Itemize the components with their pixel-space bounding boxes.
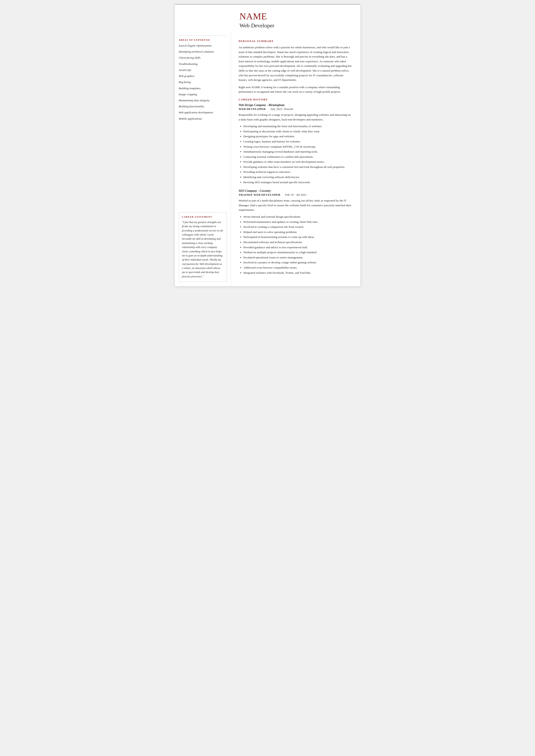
bullet-0-10: Identifying and correcting software defi… — [243, 175, 352, 179]
expertise-item-2: Client facing skills — [179, 56, 227, 60]
career-statement-title: CAREER STATEMENT — [182, 216, 224, 218]
main-content: PERSONAL SUMMARY An ambitious problem so… — [231, 31, 360, 286]
bullet-0-8: Developing websites that have a consiste… — [243, 165, 352, 169]
header-section: NAME Web Developer — [175, 5, 360, 31]
bullet-1-4: Participated in brainstorming sessions t… — [243, 235, 352, 239]
sidebar: AREAS OF EXPERTISE Search Engine Optimis… — [175, 31, 231, 286]
expertise-item-0: Search Engine Optimisation — [179, 44, 227, 48]
career-history-title: CAREER HISTORY — [239, 98, 352, 101]
job-block-0: Web Design Company - Birmingham WEB DEVE… — [239, 103, 352, 184]
job-company-0: Web Design Company - Birmingham — [239, 103, 352, 107]
job-company-1: SEO Company - Coventry — [239, 189, 352, 193]
expertise-section: AREAS OF EXPERTISE Search Engine Optimis… — [179, 35, 227, 123]
bullet-0-2: Designing prototypes for apps and websit… — [243, 134, 352, 139]
career-statement-box: CAREER STATEMENT "I feel that my greates… — [179, 212, 227, 282]
expertise-item-4: JavaScript — [179, 68, 227, 72]
expertise-item-6: Bug fixing — [179, 80, 227, 84]
job-role-dates-0: July 2021- Present — [270, 107, 293, 111]
job-role-label-0: WEB DEVELOPER — [239, 107, 266, 111]
bullet-0-1: Participating in discussions with client… — [243, 129, 352, 134]
job-role-line-0: WEB DEVELOPER July 2021- Present — [239, 107, 352, 111]
job-description-1: Worked as part of a multi-disciplinary t… — [239, 198, 352, 212]
bullet-0-3: Creating logos, banners and buttons for … — [243, 139, 352, 144]
job-block-1: SEO Company - Coventry TRAINEE WEB DEVEL… — [239, 189, 352, 275]
candidate-title: Web Developer — [239, 22, 352, 29]
expertise-item-12: Mobile applications — [179, 117, 227, 121]
resume-page: NAME Web Developer AREAS OF EXPERTISE Se… — [175, 4, 360, 286]
expertise-item-5: Web graphics — [179, 74, 227, 78]
bullet-0-7: Provide guidance to other team members o… — [243, 159, 352, 164]
job-description-0: Responsible for working on a range of pr… — [239, 113, 352, 122]
bullet-1-5: Documented software and technical specif… — [243, 240, 352, 245]
bullet-1-2: Involved in creating a comparison site f… — [243, 225, 352, 229]
bullet-0-11: Devising SEO strategies based around spe… — [243, 180, 352, 185]
job-role-line-1: TRAINEE WEB DEVELOPER Feb 19 - Jul 2021 — [239, 193, 352, 197]
bullet-1-10: Addressed cross-browser compatibility is… — [243, 265, 352, 270]
personal-summary-section: An ambitious problem solver with a passi… — [239, 45, 352, 94]
job-bullets-0: Developing and maintaining the front end… — [239, 124, 352, 184]
bullet-1-9: Involved in a project to develop a large… — [243, 260, 352, 265]
bullet-1-8: Escalated operational issues to senior m… — [243, 255, 352, 260]
expertise-item-8: Image cropping — [179, 93, 227, 96]
expertise-item-1: Identifying technical solutions — [179, 50, 227, 54]
job-role-label-1: TRAINEE WEB DEVELOPER — [239, 193, 281, 196]
personal-summary-p2: Right now NAME is looking for a suitable… — [239, 85, 352, 94]
bullet-1-0: Wrote internal and external design speci… — [243, 214, 352, 219]
expertise-item-10: Building functionality — [179, 104, 227, 108]
expertise-title: AREAS OF EXPERTISE — [179, 35, 227, 41]
bullet-1-6: Provided guidance and advice to less exp… — [243, 245, 352, 250]
personal-summary-title: PERSONAL SUMMARY — [239, 40, 352, 43]
career-statement-text: "I feel that my greatest strengths are f… — [182, 220, 224, 279]
bullet-0-9: Providing technical support to end users… — [243, 170, 352, 174]
main-layout: AREAS OF EXPERTISE Search Engine Optimis… — [175, 31, 360, 286]
expertise-item-3: Troubleshooting — [179, 62, 227, 66]
bullet-1-3: Helped end users to solve operating prob… — [243, 230, 352, 234]
bullet-0-5: Simultaneously managing several database… — [243, 149, 352, 154]
bullet-0-4: Writing cross-browser compliant XHTML, C… — [243, 145, 352, 149]
expertise-item-7: Building templates — [179, 86, 227, 90]
bullet-1-7: Worked on multiple projects simultaneous… — [243, 250, 352, 255]
candidate-name: NAME — [239, 11, 352, 21]
expertise-item-11: Web application development — [179, 111, 227, 115]
expertise-item-9: Maintaining data integrity — [179, 98, 227, 102]
job-role-dates-1: Feb 19 - Jul 2021 — [285, 193, 307, 196]
job-bullets-1: Wrote internal and external design speci… — [239, 214, 352, 275]
bullet-1-11: Integrated websites with Facebook, Twitt… — [243, 270, 352, 275]
bullet-0-6: Contacting external webmasters to confir… — [243, 154, 352, 159]
personal-summary-p1: An ambitious problem solver with a passi… — [239, 45, 352, 82]
bullet-0-0: Developing and maintaining the front end… — [243, 124, 352, 129]
bullet-1-1: Performed maintenance and updates to exi… — [243, 220, 352, 224]
